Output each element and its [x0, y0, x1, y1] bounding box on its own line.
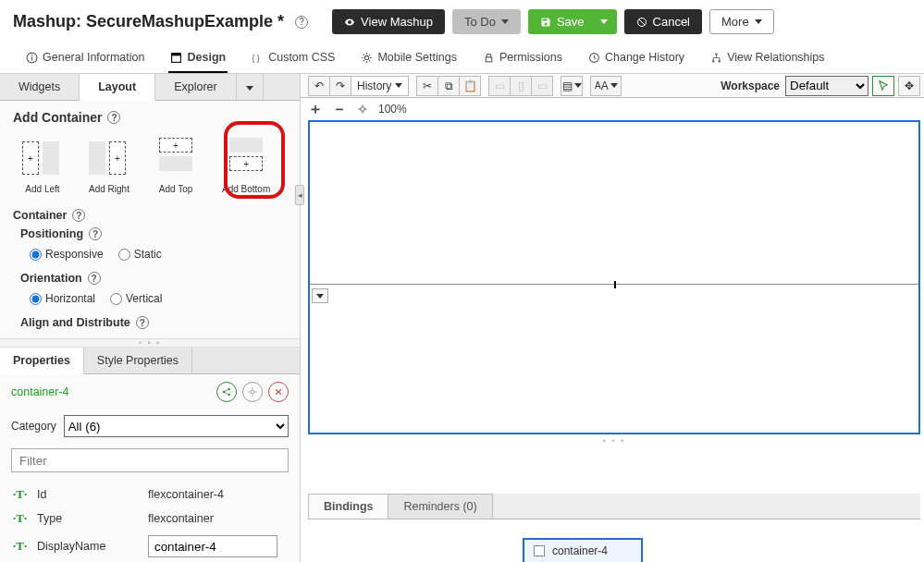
redo-button[interactable]: ↷: [329, 76, 351, 96]
caret-down-icon: [755, 19, 762, 24]
pointer-tool-button[interactable]: [872, 76, 894, 96]
bindings-tab[interactable]: Bindings: [308, 494, 388, 519]
panel-tab-more[interactable]: [237, 74, 264, 100]
prop-type-value: flexcontainer: [148, 512, 287, 525]
help-icon[interactable]: ?: [295, 16, 308, 29]
add-left-label: Add Left: [25, 184, 59, 194]
tab-design[interactable]: Design: [168, 45, 228, 73]
svg-point-8: [365, 55, 369, 59]
move-tool-button[interactable]: ✥: [898, 76, 920, 96]
add-right-button[interactable]: + Add Right: [89, 138, 129, 194]
add-container-heading: Add Container: [13, 110, 102, 125]
panel-tab-explorer[interactable]: Explorer: [155, 74, 237, 100]
settings-button[interactable]: [242, 382, 263, 402]
share-button[interactable]: [216, 382, 237, 402]
todo-button[interactable]: To Do: [452, 9, 521, 34]
align-center-button[interactable]: ▯: [510, 76, 532, 96]
copy-button[interactable]: ⧉: [437, 76, 460, 96]
properties-tab[interactable]: Properties: [0, 348, 84, 374]
zoom-reset-icon[interactable]: [356, 103, 369, 116]
hierarchy-icon: [710, 52, 722, 64]
svg-rect-12: [712, 60, 714, 62]
reminders-tab[interactable]: Reminders (0): [388, 494, 492, 519]
save-dropdown-button[interactable]: [591, 9, 617, 34]
tab-general-information[interactable]: General Information: [24, 45, 146, 73]
help-icon[interactable]: ?: [72, 209, 85, 222]
selected-container-chip[interactable]: container-4: [523, 538, 643, 562]
tab-custom-css[interactable]: { } Custom CSS: [250, 45, 337, 73]
workspace-label: Workspace: [721, 79, 785, 92]
canvas-dropdown-toggle[interactable]: [312, 288, 328, 303]
layout-mode-button[interactable]: ▤: [561, 76, 583, 96]
svg-line-1: [639, 19, 645, 25]
help-icon[interactable]: ?: [136, 316, 149, 329]
design-canvas[interactable]: [308, 120, 920, 434]
add-right-label: Add Right: [89, 184, 129, 194]
style-properties-tab[interactable]: Style Properties: [84, 348, 192, 373]
history-dropdown[interactable]: History: [351, 76, 409, 96]
cancel-icon: [636, 17, 647, 28]
gear-icon: [361, 52, 373, 64]
info-icon: [26, 52, 38, 64]
paste-button[interactable]: 📋: [459, 76, 481, 96]
text-style-button[interactable]: AA: [590, 76, 622, 96]
orientation-vertical-radio[interactable]: Vertical: [110, 292, 162, 305]
page-title-prefix: Mashup:: [13, 12, 81, 31]
text-type-icon: ·T·: [13, 511, 37, 526]
eye-icon: [344, 17, 355, 28]
caret-down-icon: [600, 19, 608, 24]
svg-text:{ }: { }: [253, 53, 260, 62]
align-left-button[interactable]: ▭: [488, 76, 511, 96]
selected-entity-name: container-4: [11, 385, 69, 398]
workspace-select[interactable]: Default: [785, 76, 869, 96]
tab-mobile-settings[interactable]: Mobile Settings: [359, 45, 458, 73]
svg-point-16: [228, 394, 230, 397]
delete-button[interactable]: [268, 382, 289, 402]
container-icon: [534, 545, 545, 556]
prop-id-label: Id: [37, 488, 148, 501]
svg-rect-3: [31, 56, 32, 60]
svg-point-18: [361, 107, 365, 112]
add-left-button[interactable]: + Add Left: [22, 138, 63, 194]
zoom-level: 100%: [378, 103, 407, 116]
help-icon[interactable]: ?: [89, 227, 102, 240]
save-icon: [540, 17, 551, 28]
panel-drag-handle[interactable]: • • •: [0, 338, 300, 348]
cut-button[interactable]: ✂: [416, 76, 438, 96]
share-icon: [221, 386, 232, 397]
help-icon[interactable]: ?: [107, 111, 120, 124]
zoom-out-button[interactable]: －: [332, 100, 347, 119]
css-icon: { }: [252, 52, 264, 64]
positioning-heading: Positioning: [20, 227, 83, 240]
container-heading: Container: [13, 209, 67, 222]
zoom-in-button[interactable]: ＋: [308, 100, 323, 119]
category-select[interactable]: All (6): [64, 415, 289, 437]
svg-rect-9: [486, 56, 492, 61]
svg-rect-11: [716, 53, 718, 55]
tab-change-history[interactable]: Change History: [586, 45, 686, 73]
add-top-button[interactable]: + Add Top: [155, 138, 196, 194]
prop-id-value: flexcontainer-4: [148, 488, 287, 501]
canvas-center-mark: [614, 281, 616, 288]
page-title-name: SecureMashupExample *: [86, 12, 284, 31]
canvas-resize-handle[interactable]: • • •: [308, 434, 920, 446]
undo-button[interactable]: ↶: [308, 76, 330, 96]
more-button[interactable]: More: [709, 9, 774, 34]
save-button[interactable]: Save: [528, 9, 597, 34]
prop-displayname-input[interactable]: [148, 535, 277, 557]
tab-relationships[interactable]: View Relationships: [708, 45, 826, 73]
filter-input[interactable]: [11, 448, 289, 472]
view-mashup-button[interactable]: View Mashup: [332, 9, 445, 34]
orientation-horizontal-radio[interactable]: Horizontal: [30, 292, 95, 305]
tab-permissions[interactable]: Permissions: [481, 45, 564, 73]
panel-tab-layout[interactable]: Layout: [80, 74, 155, 101]
positioning-static-radio[interactable]: Static: [118, 248, 162, 261]
cancel-button[interactable]: Cancel: [624, 9, 702, 34]
svg-rect-13: [719, 60, 721, 62]
align-heading: Align and Distribute: [20, 316, 130, 329]
clock-icon: [588, 52, 600, 64]
panel-tab-widgets[interactable]: Widgets: [0, 74, 80, 100]
positioning-responsive-radio[interactable]: Responsive: [30, 248, 104, 261]
align-right-button[interactable]: ▭: [531, 76, 553, 96]
help-icon[interactable]: ?: [88, 272, 101, 285]
